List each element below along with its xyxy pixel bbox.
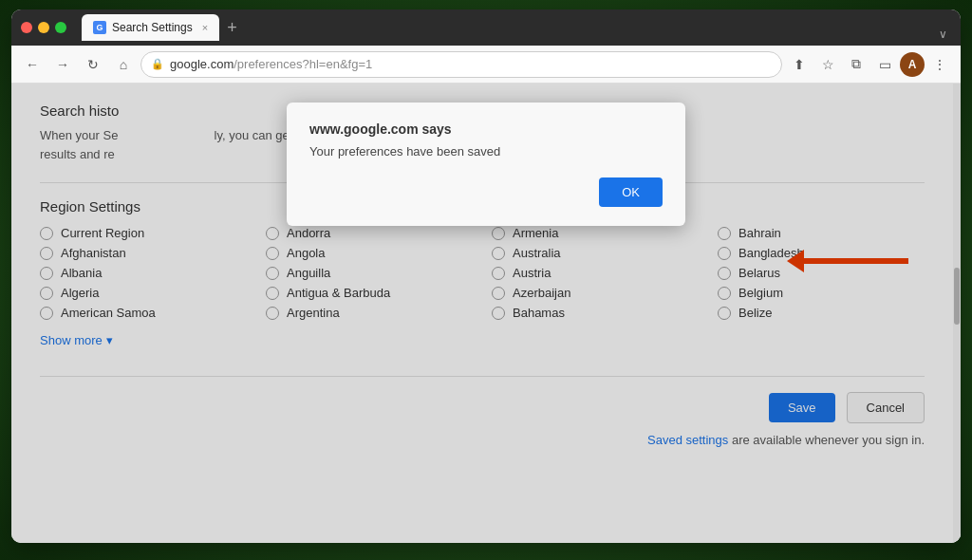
minimize-traffic-light[interactable]	[38, 22, 49, 33]
back-icon: ←	[26, 57, 39, 72]
profile-avatar[interactable]: A	[900, 52, 925, 77]
tab-favicon: G	[93, 21, 106, 34]
close-traffic-light[interactable]	[21, 22, 32, 33]
tab-close-button[interactable]: ×	[202, 22, 208, 33]
address-bar[interactable]: 🔒 google.com/preferences?hl=en&fg=1	[140, 51, 782, 78]
dialog-ok-button[interactable]: OK	[599, 177, 663, 207]
new-tab-button[interactable]: +	[219, 14, 245, 41]
refresh-icon: ↻	[87, 57, 99, 72]
split-view-button[interactable]: ▭	[871, 51, 898, 78]
dialog-overlay: www.google.com says Your preferences hav…	[11, 84, 961, 543]
back-button[interactable]: ←	[19, 51, 46, 78]
forward-button[interactable]: →	[49, 51, 76, 78]
menu-button[interactable]: ⋮	[926, 51, 953, 78]
nav-actions: ⬆ ☆ ⧉ ▭ A ⋮	[786, 51, 953, 78]
address-text: google.com/preferences?hl=en&fg=1	[170, 57, 372, 71]
arrow-shaft	[804, 258, 908, 264]
home-button[interactable]: ⌂	[110, 51, 137, 78]
dialog-box: www.google.com says Your preferences hav…	[287, 103, 685, 226]
share-button[interactable]: ⬆	[786, 51, 813, 78]
bookmark-button[interactable]: ☆	[814, 51, 841, 78]
maximize-traffic-light[interactable]	[55, 22, 66, 33]
lock-icon: 🔒	[151, 58, 164, 70]
active-tab[interactable]: G Search Settings ×	[82, 14, 219, 41]
arrow-head	[787, 250, 804, 272]
desktop-background: G Search Settings × + ∨ ← → ↻ ⌂	[0, 0, 972, 560]
content-area: Search histo When your Se ly, you can ge…	[11, 84, 961, 543]
arrow-annotation	[787, 250, 908, 272]
tabs-bar: G Search Settings × + ∨	[82, 14, 951, 41]
title-bar: G Search Settings × + ∨	[11, 9, 961, 46]
refresh-button[interactable]: ↻	[80, 51, 106, 78]
dialog-actions: OK	[309, 177, 663, 207]
browser-window: G Search Settings × + ∨ ← → ↻ ⌂	[11, 9, 961, 543]
traffic-lights	[21, 22, 66, 33]
home-icon: ⌂	[120, 57, 127, 72]
extensions-button[interactable]: ⧉	[843, 51, 869, 78]
dialog-message: Your preferences have been saved	[309, 144, 663, 159]
dialog-title: www.google.com says	[309, 121, 663, 137]
forward-icon: →	[56, 57, 69, 72]
tab-expand-button[interactable]: ∨	[939, 28, 951, 41]
navigation-bar: ← → ↻ ⌂ 🔒 google.com/preferences?hl=en&f…	[11, 46, 961, 84]
tab-label: Search Settings	[112, 21, 193, 34]
